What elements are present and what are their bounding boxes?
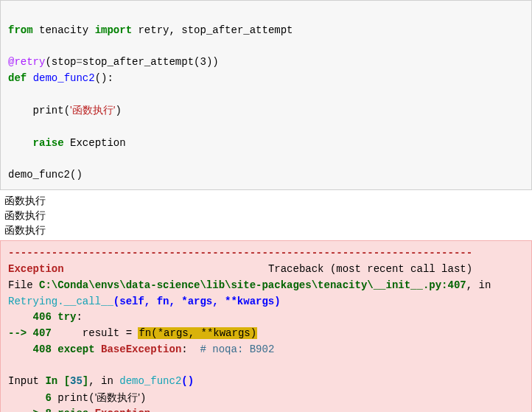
in-word: , in [466,279,497,291]
file-path: C:\Conda\envs\data-science\lib\site-pack… [39,279,466,291]
call-name: stop_after_attempt [83,56,194,68]
call-parens: () [70,169,83,181]
exception-name: BaseException [101,343,181,355]
line-number: 406 [33,311,52,323]
kwarg-name: stop [52,56,77,68]
input-close: ] [83,375,88,387]
decorator-name: @retry [8,56,45,68]
paren: ) [212,56,218,68]
call-name: demo_func2 [8,169,70,181]
operator-eq: = [76,56,82,68]
line-number: 407 [33,327,52,339]
keyword-raise: raise [57,408,88,412]
keyword-def: def [8,72,27,84]
stdout-line: 函数执行 [4,209,46,221]
colon: : [181,343,187,355]
line-number: 6 [45,392,51,404]
traceback-label: Traceback (most recent call last) [268,263,472,275]
string-literal: '函数执行' [70,104,115,116]
exception-name: Exception [70,137,126,149]
frame-function: demo_func2 [119,375,181,387]
keyword-import: import [95,24,132,36]
paren: ( [64,105,70,116]
keyword-except: except [57,343,94,355]
current-line-arrow: --> [8,327,33,339]
paren: ) [140,392,146,404]
paren: ) [115,105,121,116]
colon: : [76,311,82,323]
traceback-output: ----------------------------------------… [0,240,532,412]
paren: ( [88,392,94,404]
operator-eq: = [126,327,132,339]
current-line-arrow: ----> [8,408,45,412]
def-parens: (): [95,72,113,84]
line-number: 408 [33,343,52,355]
traceback-separator: ----------------------------------------… [8,247,472,259]
frame-signature: (self, fn, *args, **kwargs) [113,296,281,307]
module-name: tenacity [39,24,88,36]
builtin-print: print [33,105,64,116]
function-name: demo_func2 [33,72,95,84]
exception-name: Exception [95,408,151,412]
frame-function: Retrying.__call__ [8,296,113,307]
input-number: 35 [70,375,83,387]
exception-class: Exception [8,263,64,275]
stdout-output: 函数执行 函数执行 函数执行 [0,190,532,241]
code-text: result [52,327,126,339]
keyword-try: try [57,311,76,323]
in-word: , in [88,375,119,387]
code-input-cell: from tenacity import retry, stop_after_a… [0,0,532,190]
stdout-line: 函数执行 [4,195,46,206]
import-names: retry, stop_after_attempt [138,24,293,36]
input-word: Input [8,375,45,387]
keyword-raise: raise [33,137,64,149]
traceback-label [64,263,268,275]
keyword-from: from [8,24,33,36]
frame-signature: () [181,375,194,387]
line-number: 8 [45,408,51,412]
builtin-print: print [57,392,88,404]
paren: ( [45,56,51,68]
number-literal: 3 [200,56,206,68]
file-word: File [8,279,39,291]
highlighted-call: fn(*args, **kwargs) [138,327,257,339]
input-in: In [ [45,375,70,387]
string-literal: '函数执行' [95,391,140,403]
comment: # noqa: B902 [188,343,275,355]
stdout-line: 函数执行 [4,224,46,236]
